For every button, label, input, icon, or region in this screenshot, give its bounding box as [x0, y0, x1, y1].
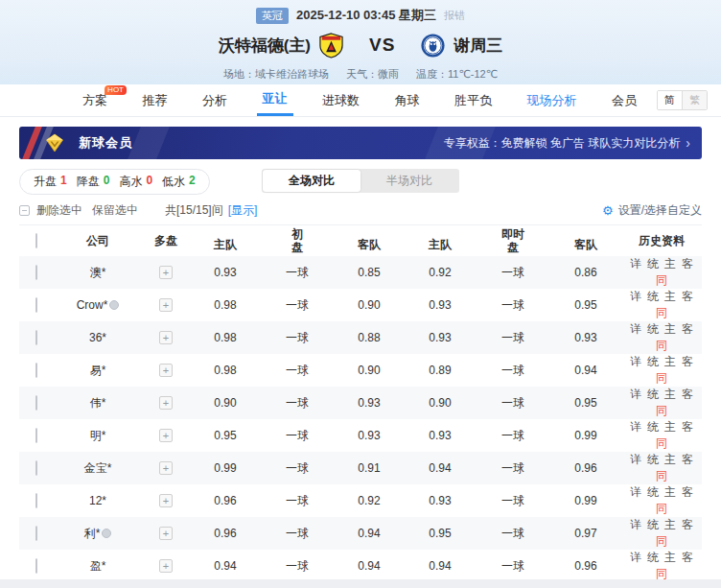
history-link-home[interactable]: 主 — [664, 485, 676, 499]
history-link-same[interactable]: 同 — [656, 436, 667, 450]
expand-multi-button[interactable]: + — [159, 494, 173, 507]
tab-wdl[interactable]: 胜平负 — [449, 84, 498, 116]
keep-selected-button[interactable]: 保留选中 — [92, 202, 138, 219]
company-link[interactable]: 36* — [89, 331, 106, 344]
expand-multi-button[interactable]: + — [159, 461, 173, 475]
history-link-away[interactable]: 客 — [682, 518, 693, 531]
history-link-stats[interactable]: 统 — [647, 388, 659, 401]
history-link-stats[interactable]: 统 — [647, 420, 659, 434]
select-all-checkbox[interactable] — [35, 233, 37, 248]
history-link-away[interactable]: 客 — [682, 388, 693, 401]
company-link[interactable]: 金宝* — [84, 461, 112, 475]
history-link-away[interactable]: 客 — [682, 453, 693, 466]
history-link-detail[interactable]: 详 — [630, 388, 641, 401]
history-link-detail[interactable]: 详 — [630, 518, 641, 531]
expand-multi-button[interactable]: + — [159, 429, 173, 442]
history-link-same[interactable]: 同 — [656, 534, 667, 548]
history-link-same[interactable]: 同 — [656, 339, 667, 352]
expand-multi-button[interactable]: + — [159, 331, 173, 344]
company-link[interactable]: 利* — [84, 527, 112, 540]
tab-goals[interactable]: 进球数 — [316, 84, 365, 116]
expand-multi-button[interactable]: + — [159, 559, 173, 573]
row-checkbox[interactable] — [35, 297, 37, 313]
history-link-away[interactable]: 客 — [682, 485, 693, 499]
history-link-away[interactable]: 客 — [682, 355, 693, 368]
show-link[interactable]: [显示] — [228, 202, 258, 219]
company-link[interactable]: 12* — [89, 494, 106, 507]
history-link-same[interactable]: 同 — [656, 469, 667, 482]
row-checkbox[interactable] — [35, 428, 37, 443]
settings-control[interactable]: ⚙ 设置/选择自定义 — [602, 202, 702, 219]
history-link-detail[interactable]: 详 — [630, 322, 641, 336]
expand-multi-button[interactable]: + — [159, 364, 173, 377]
history-link-detail[interactable]: 详 — [630, 551, 641, 564]
delete-selected-button[interactable]: 删除选中 — [36, 202, 82, 219]
tab-analysis[interactable]: 分析 — [197, 84, 233, 116]
history-link-stats[interactable]: 统 — [647, 518, 659, 531]
lang-simplified-button[interactable]: 简 — [658, 91, 682, 109]
row-checkbox[interactable] — [35, 330, 37, 345]
row-checkbox[interactable] — [35, 363, 37, 378]
expand-multi-button[interactable]: + — [159, 266, 173, 279]
row-checkbox[interactable] — [35, 460, 37, 476]
history-link-home[interactable]: 主 — [664, 388, 676, 401]
history-link-home[interactable]: 主 — [664, 355, 676, 368]
tab-asian-handicap[interactable]: 亚让 — [257, 84, 293, 116]
history-link-same[interactable]: 同 — [656, 371, 667, 385]
company-link[interactable]: 澳* — [90, 266, 106, 279]
history-link-home[interactable]: 主 — [664, 453, 676, 466]
history-link-same[interactable]: 同 — [656, 273, 667, 287]
history-link-same[interactable]: 同 — [656, 404, 667, 417]
tab-half-match[interactable]: 半场对比 — [360, 170, 458, 192]
tab-live-analysis[interactable]: 现场分析 — [522, 84, 583, 116]
row-checkbox[interactable] — [35, 526, 37, 541]
expand-multi-button[interactable]: + — [159, 396, 173, 410]
history-link-stats[interactable]: 统 — [647, 257, 659, 270]
expand-multi-button[interactable]: + — [159, 527, 173, 540]
tab-corners[interactable]: 角球 — [389, 84, 426, 116]
history-link-away[interactable]: 客 — [682, 257, 693, 270]
lang-traditional-button[interactable]: 繁 — [682, 91, 707, 109]
history-link-stats[interactable]: 统 — [647, 355, 659, 368]
history-link-same[interactable]: 同 — [656, 502, 667, 515]
history-link-detail[interactable]: 详 — [630, 290, 641, 303]
history-link-away[interactable]: 客 — [682, 551, 693, 564]
history-link-away[interactable]: 客 — [682, 322, 693, 336]
history-link-detail[interactable]: 详 — [630, 420, 641, 434]
row-checkbox[interactable] — [35, 558, 37, 574]
history-link-stats[interactable]: 统 — [647, 485, 659, 499]
row-checkbox[interactable] — [35, 395, 37, 411]
row-checkbox[interactable] — [35, 493, 37, 508]
company-link[interactable]: 明* — [90, 429, 106, 442]
tab-recommend[interactable]: 推荐 — [137, 84, 174, 116]
history-link-stats[interactable]: 统 — [647, 551, 659, 564]
history-link-home[interactable]: 主 — [664, 257, 676, 270]
history-link-home[interactable]: 主 — [664, 551, 676, 564]
company-link[interactable]: 伟* — [90, 396, 106, 410]
vip-member-banner[interactable]: 新球会员 专享权益：免费解锁 免广告 球队实力对比分析 › — [19, 127, 702, 159]
history-link-stats[interactable]: 统 — [647, 290, 659, 303]
history-link-same[interactable]: 同 — [656, 306, 667, 319]
history-link-home[interactable]: 主 — [664, 322, 676, 336]
history-link-detail[interactable]: 详 — [630, 485, 641, 499]
history-link-stats[interactable]: 统 — [647, 453, 659, 466]
history-link-home[interactable]: 主 — [664, 518, 676, 531]
history-link-stats[interactable]: 统 — [647, 322, 659, 336]
company-link[interactable]: Crow* — [77, 298, 120, 312]
history-link-same[interactable]: 同 — [656, 567, 667, 580]
history-link-away[interactable]: 客 — [682, 420, 693, 434]
report-error-link[interactable]: 报错 — [444, 9, 465, 23]
select-toggle-icon[interactable] — [19, 205, 30, 216]
tab-plan[interactable]: 方案HOT — [77, 84, 113, 116]
history-link-away[interactable]: 客 — [682, 290, 693, 303]
tab-member[interactable]: 会员 — [606, 84, 642, 116]
history-link-home[interactable]: 主 — [664, 290, 676, 303]
company-link[interactable]: 易* — [90, 364, 106, 377]
tab-full-match[interactable]: 全场对比 — [263, 170, 360, 192]
company-link[interactable]: 盈* — [90, 559, 106, 573]
history-link-home[interactable]: 主 — [664, 420, 676, 434]
history-link-detail[interactable]: 详 — [630, 355, 641, 368]
history-link-detail[interactable]: 详 — [630, 453, 641, 466]
row-checkbox[interactable] — [35, 265, 37, 280]
expand-multi-button[interactable]: + — [159, 298, 173, 312]
